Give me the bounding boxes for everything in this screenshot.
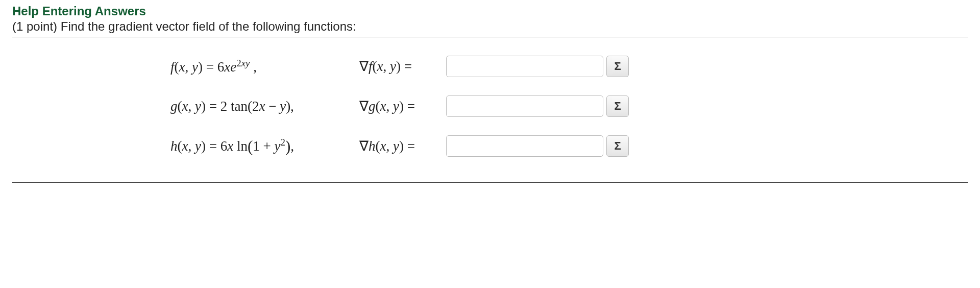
help-entering-answers-link[interactable]: Help Entering Answers: [12, 4, 146, 18]
question-row: g(x, y) = 2 tan(2x − y), ∇g(x, y) = Σ: [12, 95, 968, 117]
gradient-label: ∇g(x, y) =: [359, 98, 446, 114]
question-rows: f(x, y) = 6xe2xy , ∇f(x, y) = Σ g(x, y) …: [12, 37, 968, 182]
gradient-label: ∇f(x, y) =: [359, 58, 446, 75]
function-definition: f(x, y) = 6xe2xy ,: [170, 58, 359, 75]
answer-group: Σ: [446, 56, 629, 77]
equation-editor-button[interactable]: Σ: [606, 56, 629, 77]
equation-editor-button[interactable]: Σ: [606, 135, 629, 157]
sigma-icon: Σ: [614, 139, 621, 153]
answer-group: Σ: [446, 95, 629, 117]
answer-input[interactable]: [446, 95, 603, 117]
divider-bottom: [12, 182, 968, 183]
prompt-text: Find the gradient vector field of the fo…: [61, 19, 356, 33]
answer-input[interactable]: [446, 56, 603, 77]
sigma-icon: Σ: [614, 100, 621, 113]
answer-input[interactable]: [446, 135, 603, 157]
problem-prompt: (1 point) Find the gradient vector field…: [12, 19, 968, 34]
equation-editor-button[interactable]: Σ: [606, 95, 629, 117]
sigma-icon: Σ: [614, 60, 621, 73]
answer-group: Σ: [446, 135, 629, 157]
question-row: f(x, y) = 6xe2xy , ∇f(x, y) = Σ: [12, 56, 968, 77]
function-definition: g(x, y) = 2 tan(2x − y),: [170, 99, 359, 114]
question-row: h(x, y) = 6x ln(1 + y2), ∇h(x, y) = Σ: [12, 135, 968, 157]
gradient-label: ∇h(x, y) =: [359, 138, 446, 154]
function-definition: h(x, y) = 6x ln(1 + y2),: [170, 137, 359, 156]
points-label: (1 point): [12, 19, 61, 33]
